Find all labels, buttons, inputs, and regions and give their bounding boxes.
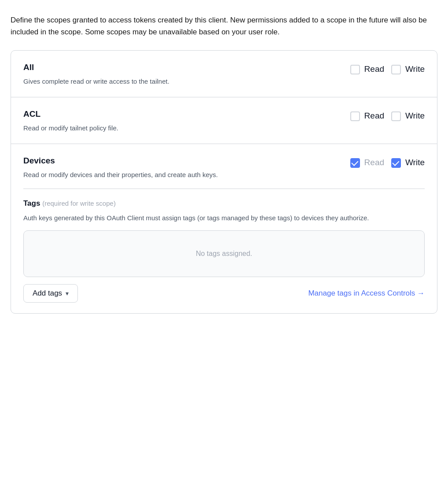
manage-tags-link[interactable]: Manage tags in Access Controls →	[308, 288, 425, 299]
devices-read-checkbox[interactable]	[350, 158, 360, 168]
add-tags-button[interactable]: Add tags ▾	[23, 284, 78, 303]
devices-read-label[interactable]: Read	[350, 156, 384, 169]
all-write-checkbox[interactable]	[391, 65, 401, 74]
acl-read-label-text: Read	[364, 110, 384, 122]
scope-row-devices: Devices Read or modify devices and their…	[11, 144, 437, 313]
scope-desc-all: Gives complete read or write access to t…	[23, 77, 350, 87]
tags-title-note: (required for write scope)	[42, 200, 116, 207]
devices-top: Devices Read or modify devices and their…	[23, 155, 425, 180]
scope-name-acl: ACL	[23, 108, 350, 121]
all-write-label-text: Write	[405, 63, 425, 76]
scope-info-acl: ACL Read or modify tailnet policy file.	[23, 108, 350, 133]
all-read-checkbox[interactable]	[350, 65, 360, 74]
scope-controls-devices: Read Write	[350, 155, 425, 169]
scope-name-devices: Devices	[23, 155, 350, 167]
page-description: Define the scopes granted to access toke…	[11, 14, 437, 38]
acl-write-checkbox[interactable]	[391, 111, 401, 121]
devices-write-label[interactable]: Write	[391, 156, 425, 169]
scope-info-all: All Gives complete read or write access …	[23, 61, 350, 86]
tags-empty-message: No tags assigned.	[196, 250, 252, 257]
scope-name-all: All	[23, 61, 350, 74]
scope-desc-acl: Read or modify tailnet policy file.	[23, 123, 350, 133]
add-tags-button-label: Add tags	[33, 289, 62, 298]
chevron-down-icon: ▾	[66, 290, 69, 297]
devices-tags-section: Tags (required for write scope) Auth key…	[23, 189, 425, 303]
acl-write-label[interactable]: Write	[391, 110, 425, 122]
scopes-container: All Gives complete read or write access …	[11, 50, 437, 314]
tags-actions: Add tags ▾ Manage tags in Access Control…	[23, 284, 425, 303]
scope-row-acl: ACL Read or modify tailnet policy file. …	[11, 97, 437, 144]
all-write-label[interactable]: Write	[391, 63, 425, 76]
tags-empty-box: No tags assigned.	[23, 230, 425, 277]
acl-write-label-text: Write	[405, 110, 425, 122]
devices-write-label-text: Write	[405, 156, 425, 169]
scope-desc-devices: Read or modify devices and their propert…	[23, 170, 350, 180]
scope-controls-all: Read Write	[350, 61, 425, 76]
scope-row-all: All Gives complete read or write access …	[11, 51, 437, 97]
acl-read-checkbox[interactable]	[350, 111, 360, 121]
scope-info-devices: Devices Read or modify devices and their…	[23, 155, 350, 180]
tags-title: Tags (required for write scope)	[23, 198, 425, 209]
devices-read-label-text: Read	[364, 156, 384, 169]
tags-title-text: Tags	[23, 199, 40, 207]
all-read-label[interactable]: Read	[350, 63, 384, 76]
all-read-label-text: Read	[364, 63, 384, 76]
acl-read-label[interactable]: Read	[350, 110, 384, 122]
scope-controls-acl: Read Write	[350, 108, 425, 122]
devices-write-checkbox[interactable]	[391, 158, 401, 168]
tags-description: Auth keys generated by this OAuth Client…	[23, 213, 425, 223]
